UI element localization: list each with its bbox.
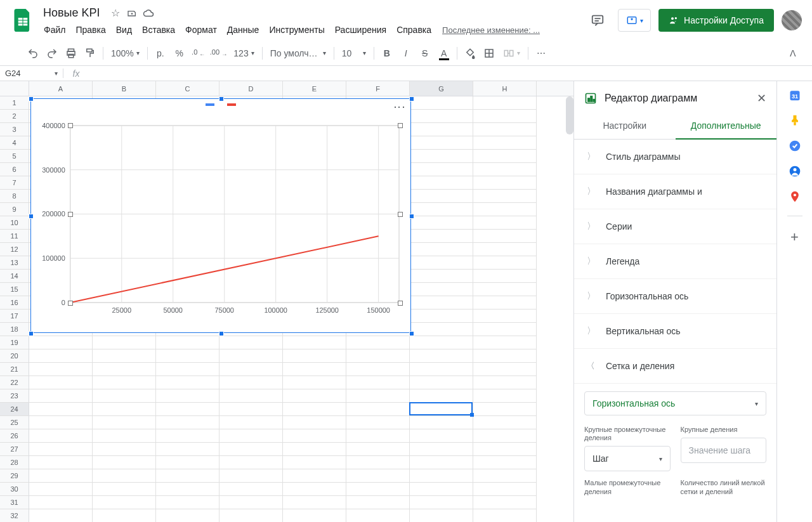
row-header[interactable]: 24 [0, 403, 29, 416]
percent-button[interactable]: % [171, 44, 188, 62]
chart-resize-handle[interactable] [409, 214, 414, 219]
cell[interactable] [473, 456, 537, 469]
row-header[interactable]: 12 [0, 243, 29, 256]
cell[interactable] [29, 363, 93, 376]
sheets-logo[interactable] [10, 8, 36, 33]
cell[interactable] [410, 163, 473, 176]
paint-format-button[interactable] [81, 44, 99, 62]
cell[interactable] [473, 443, 537, 456]
cell[interactable] [473, 336, 537, 349]
cell[interactable] [219, 443, 283, 456]
cell[interactable] [410, 136, 473, 150]
plot-area-handle[interactable] [398, 212, 403, 217]
chart-resize-handle[interactable] [29, 214, 34, 219]
major-spacing-select[interactable]: Шаг▾ [584, 446, 671, 471]
cell[interactable] [93, 483, 156, 496]
cell[interactable] [283, 363, 346, 376]
cell[interactable] [410, 456, 473, 469]
cell[interactable] [29, 496, 93, 509]
row-header[interactable]: 27 [0, 443, 29, 456]
chart-section-4[interactable]: 〉Горизонтальная ось [574, 279, 776, 314]
col-header-H[interactable]: H [473, 81, 537, 96]
cell[interactable] [93, 363, 156, 376]
cell[interactable] [410, 190, 473, 203]
cell[interactable] [219, 469, 283, 483]
cell[interactable] [410, 150, 473, 163]
calendar-icon[interactable]: 31 [789, 89, 801, 101]
row-header[interactable]: 5 [0, 150, 29, 163]
cell[interactable] [473, 509, 537, 522]
vertical-scrollbar[interactable] [566, 96, 573, 134]
cell[interactable] [346, 389, 410, 403]
cell[interactable] [219, 403, 283, 416]
cell[interactable] [473, 349, 537, 363]
cell[interactable] [29, 509, 93, 522]
cell[interactable] [29, 429, 93, 443]
more-button[interactable]: ⋯ [532, 44, 550, 62]
cell[interactable] [156, 429, 219, 443]
cell[interactable] [346, 496, 410, 509]
cell[interactable] [410, 363, 473, 376]
cell[interactable] [473, 389, 537, 403]
cell[interactable] [410, 336, 473, 349]
cell[interactable] [156, 349, 219, 363]
menu-расширения[interactable]: Расширения [331, 22, 391, 37]
strike-button[interactable]: S [416, 44, 434, 62]
cell[interactable] [29, 483, 93, 496]
cell[interactable] [473, 163, 537, 176]
chart-editor-tab-1[interactable]: Дополнительные [676, 113, 777, 140]
row-header[interactable]: 1 [0, 96, 29, 110]
cell[interactable] [93, 469, 156, 483]
menu-инструменты[interactable]: Инструменты [265, 22, 329, 37]
cell[interactable] [283, 389, 346, 403]
spreadsheet-grid[interactable]: ABCDEFGH 1234567891011121314151617181920… [0, 81, 573, 522]
row-header[interactable]: 7 [0, 176, 29, 190]
cell[interactable] [93, 389, 156, 403]
cell[interactable] [283, 416, 346, 429]
cell[interactable] [410, 283, 473, 296]
cell[interactable] [283, 443, 346, 456]
row-header[interactable]: 25 [0, 416, 29, 429]
chart-section-6[interactable]: ﹀Сетка и деления [574, 349, 776, 384]
cell[interactable] [346, 363, 410, 376]
tasks-icon[interactable] [789, 140, 801, 152]
borders-button[interactable] [480, 44, 498, 62]
plot-area-handle[interactable] [68, 301, 73, 306]
row-header[interactable]: 21 [0, 363, 29, 376]
name-box[interactable]: G24▾ [0, 69, 63, 78]
row-header[interactable]: 16 [0, 296, 29, 310]
cell[interactable] [93, 443, 156, 456]
col-header-F[interactable]: F [346, 81, 410, 96]
doc-title[interactable]: Новые KPI [41, 5, 103, 21]
cell[interactable] [473, 323, 537, 336]
cell[interactable] [410, 310, 473, 323]
cell[interactable] [410, 110, 473, 123]
cloud-status-icon[interactable] [141, 6, 156, 21]
cell[interactable] [473, 176, 537, 190]
cell[interactable] [219, 416, 283, 429]
menu-правка[interactable]: Правка [71, 22, 110, 37]
undo-button[interactable] [24, 44, 42, 62]
menu-данные[interactable]: Данные [223, 22, 264, 37]
cell[interactable] [29, 469, 93, 483]
present-button[interactable]: ▾ [618, 9, 651, 32]
cell[interactable] [156, 496, 219, 509]
chart-section-5[interactable]: 〉Вертикальная ось [574, 314, 776, 349]
cell[interactable] [473, 216, 537, 230]
cell[interactable] [29, 416, 93, 429]
cell[interactable] [473, 283, 537, 296]
last-edit-link[interactable]: Последнее изменение: ... [442, 25, 540, 35]
cell[interactable] [473, 96, 537, 110]
cell[interactable] [346, 469, 410, 483]
cell[interactable] [219, 336, 283, 349]
cell[interactable] [93, 496, 156, 509]
major-step-input[interactable]: Значение шага [681, 438, 767, 463]
add-on-plus-icon[interactable]: + [790, 229, 799, 245]
maps-icon[interactable] [789, 190, 801, 203]
cell[interactable] [473, 243, 537, 256]
cell[interactable] [410, 403, 473, 416]
close-icon[interactable]: ✕ [757, 91, 766, 105]
cell[interactable] [473, 376, 537, 389]
cell[interactable] [219, 483, 283, 496]
font-dropdown[interactable]: По умолча...▾ [266, 44, 330, 62]
